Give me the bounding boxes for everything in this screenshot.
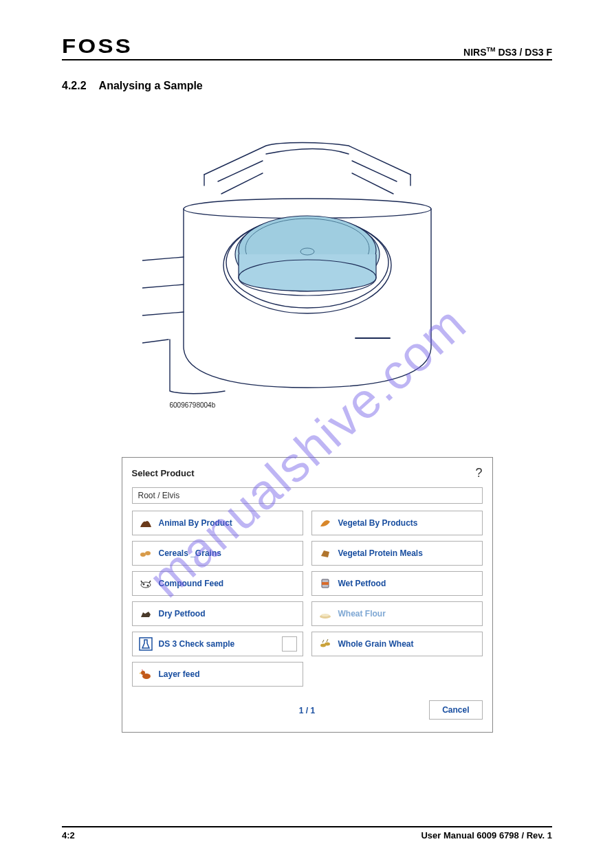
device-illustration bbox=[142, 133, 472, 394]
product-vegetal-protein-meals[interactable]: Vegetal Protein Meals bbox=[311, 541, 483, 566]
svg-point-10 bbox=[142, 583, 144, 586]
product-label: Cereals _Grains bbox=[159, 548, 221, 558]
panel-title: Select Product bbox=[132, 468, 195, 478]
chicken-icon bbox=[138, 667, 153, 682]
product-header: NIRSTM DS3 / DS3 F bbox=[463, 46, 552, 58]
figure-id: 60096798004b bbox=[142, 401, 472, 409]
svg-point-20 bbox=[141, 671, 145, 675]
model-name: DS3 / DS3 F bbox=[496, 47, 552, 58]
section-heading: 4.2.2Analysing a Sample bbox=[62, 80, 552, 92]
product-ds-3-check-sample[interactable]: DS 3 Check sample bbox=[132, 632, 303, 656]
product-cereals-grains[interactable]: Cereals _Grains bbox=[132, 541, 303, 566]
svg-point-9 bbox=[141, 582, 151, 588]
help-button[interactable]: ? bbox=[475, 466, 482, 480]
product-label: DS 3 Check sample bbox=[159, 639, 235, 649]
product-wet-petfood[interactable]: Wet Petfood bbox=[311, 571, 483, 596]
svg-rect-13 bbox=[322, 582, 329, 585]
svg-point-7 bbox=[140, 553, 146, 557]
chunk-brown-icon bbox=[318, 546, 333, 561]
product-label: Wet Petfood bbox=[338, 579, 386, 588]
product-compound-feed[interactable]: Compound Feed bbox=[132, 571, 303, 596]
select-product-panel: Select Product ? Root / Elvis Animal By … bbox=[122, 457, 493, 733]
svg-point-18 bbox=[325, 643, 330, 646]
product-label: Compound Feed bbox=[159, 579, 224, 588]
product-wheat-flour[interactable]: Wheat Flour bbox=[311, 601, 483, 626]
breadcrumb[interactable]: Root / Elvis bbox=[132, 487, 483, 504]
pile-brown-icon bbox=[138, 515, 153, 531]
page-footer: 4:2 User Manual 6009 6798 / Rev. 1 bbox=[62, 826, 552, 841]
svg-point-11 bbox=[146, 585, 149, 587]
aux-box[interactable] bbox=[282, 636, 297, 652]
cow-icon bbox=[138, 576, 153, 591]
logo: FOSS bbox=[62, 34, 133, 58]
wheat-icon bbox=[318, 636, 333, 652]
product-label: Whole Grain Wheat bbox=[338, 639, 414, 649]
product-label: Wheat Flour bbox=[338, 609, 386, 619]
dog-icon bbox=[138, 606, 153, 621]
product-animal-by-product[interactable]: Animal By Product bbox=[132, 511, 303, 535]
flour-icon bbox=[318, 606, 333, 621]
section-title: Analysing a Sample bbox=[99, 80, 203, 91]
product-dry-petfood[interactable]: Dry Petfood bbox=[132, 601, 303, 626]
manual-reference: User Manual 6009 6798 / Rev. 1 bbox=[421, 830, 552, 841]
product-layer-feed[interactable]: Layer feed bbox=[132, 662, 303, 687]
page-header: FOSS NIRSTM DS3 / DS3 F bbox=[62, 34, 552, 60]
cancel-button[interactable]: Cancel bbox=[429, 700, 482, 720]
trademark: TM bbox=[487, 46, 496, 53]
grain-orange-icon bbox=[138, 546, 153, 561]
leaf-orange-icon bbox=[318, 515, 333, 531]
product-label: Dry Petfood bbox=[159, 609, 206, 619]
page-number: 4:2 bbox=[62, 830, 75, 841]
product-label: Vegetal Protein Meals bbox=[338, 548, 423, 558]
product-grid: Animal By ProductVegetal By ProductsCere… bbox=[132, 511, 483, 687]
device-figure: 60096798004b bbox=[142, 133, 472, 409]
product-whole-grain-wheat[interactable]: Whole Grain Wheat bbox=[311, 632, 483, 656]
product-label: Vegetal By Products bbox=[338, 518, 418, 528]
svg-point-15 bbox=[321, 614, 329, 616]
pager: 1 / 1 bbox=[299, 706, 315, 715]
product-label: Layer feed bbox=[159, 669, 200, 679]
product-label: Animal By Product bbox=[159, 518, 232, 528]
product-vegetal-by-products[interactable]: Vegetal By Products bbox=[311, 511, 483, 535]
flask-box-icon bbox=[138, 636, 153, 652]
svg-point-8 bbox=[145, 551, 151, 555]
section-number: 4.2.2 bbox=[62, 80, 87, 91]
can-icon bbox=[318, 576, 333, 591]
product-name: NIRS bbox=[463, 47, 486, 58]
